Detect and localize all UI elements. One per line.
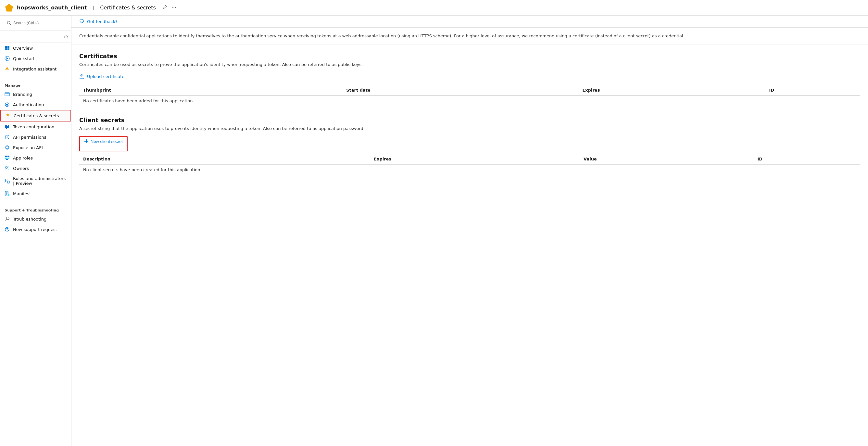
certificates-description: Certificates can be used as secrets to p…: [79, 62, 860, 67]
heart-icon: [79, 19, 85, 24]
troubleshooting-icon: [4, 216, 10, 221]
svg-rect-11: [6, 125, 7, 129]
sidebar-item-authentication[interactable]: Authentication: [0, 99, 71, 110]
sidebar-item-roles-admin[interactable]: Roles and administrators | Preview: [0, 174, 71, 188]
more-options-icon[interactable]: ···: [172, 4, 176, 11]
sidebar-section-support: Support + Troubleshooting: [0, 203, 71, 214]
header-separator: |: [93, 5, 94, 10]
app-roles-icon: [4, 155, 10, 160]
sidebar-divider-support: [0, 201, 71, 201]
svg-rect-18: [7, 156, 9, 157]
app-name: hopsworks_oauth_client: [17, 4, 87, 11]
sidebar-item-certificates[interactable]: Certificates & secrets: [0, 110, 71, 121]
sidebar-item-label: Roles and administrators | Preview: [13, 176, 67, 186]
sidebar-item-integration[interactable]: Integration assistant: [0, 64, 71, 74]
authentication-icon: [4, 102, 10, 107]
sidebar-section-manage: Manage: [0, 78, 71, 89]
upload-certificate-button[interactable]: Upload certificate: [79, 72, 124, 81]
integration-icon: [4, 66, 10, 71]
upload-certificate-label: Upload certificate: [87, 74, 124, 79]
search-input[interactable]: [4, 19, 67, 27]
sidebar-item-label: App roles: [13, 156, 33, 160]
app-icon: [5, 4, 13, 12]
sidebar-item-owners[interactable]: Owners: [0, 163, 71, 174]
certificates-section: Certificates Certificates can be used as…: [71, 53, 868, 106]
sidebar-item-overview[interactable]: Overview: [0, 43, 71, 53]
new-client-secret-highlight: New client secret: [79, 136, 128, 151]
certificates-icon: [5, 113, 10, 118]
sidebar-search-container: [0, 16, 71, 31]
client-secrets-description: A secret string that the application use…: [79, 126, 860, 131]
col-expires-secret: Expires: [370, 154, 580, 165]
roles-admin-icon: [4, 178, 10, 183]
col-start-date: Start date: [342, 85, 578, 95]
svg-point-33: [6, 228, 8, 229]
client-secrets-title: Client secrets: [79, 117, 860, 123]
client-secrets-table: Description Expires Value ID No client s…: [79, 154, 860, 175]
svg-rect-1: [5, 46, 7, 48]
sidebar-item-label: API permissions: [13, 135, 46, 140]
svg-point-24: [5, 179, 7, 181]
sidebar-item-label: Token configuration: [13, 124, 54, 129]
sidebar-item-label: Branding: [13, 92, 32, 97]
sidebar-item-token-config[interactable]: Token configuration: [0, 121, 71, 132]
svg-text:i: i: [8, 194, 8, 196]
api-permissions-icon: [4, 135, 10, 140]
col-id: ID: [765, 85, 861, 95]
sidebar-item-label: Quickstart: [13, 56, 35, 61]
upload-icon: [79, 74, 85, 79]
sidebar-item-troubleshooting[interactable]: Troubleshooting: [0, 214, 71, 224]
client-secrets-empty-row: No client secrets have been created for …: [79, 165, 860, 175]
sidebar-item-quickstart[interactable]: Quickstart: [0, 53, 71, 64]
certificates-empty-message: No certificates have been added for this…: [79, 95, 860, 106]
branding-icon: [4, 92, 10, 97]
svg-rect-19: [5, 157, 7, 159]
quickstart-icon: [4, 56, 10, 61]
sidebar-item-label: Authentication: [13, 102, 44, 107]
col-value: Value: [580, 154, 753, 165]
token-config-icon: [4, 124, 10, 129]
pin-icon[interactable]: [162, 4, 167, 11]
sidebar-item-label: Expose an API: [13, 145, 43, 150]
certificates-table: Thumbprint Start date Expires ID No cert…: [79, 85, 860, 106]
svg-rect-17: [5, 156, 7, 157]
overview-icon: [4, 46, 10, 51]
svg-rect-4: [7, 49, 9, 50]
sidebar-item-expose-api[interactable]: Expose an API: [0, 142, 71, 153]
sidebar-item-app-roles[interactable]: App roles: [0, 153, 71, 163]
sidebar-item-branding[interactable]: Branding: [0, 89, 71, 99]
svg-point-9: [6, 103, 8, 106]
svg-rect-3: [5, 49, 7, 50]
sidebar: Overview Quickstart Integration assistan…: [0, 16, 71, 446]
main-content: Got feedback? Credentials enable confide…: [71, 16, 868, 446]
sidebar-item-support-request[interactable]: New support request: [0, 224, 71, 235]
svg-rect-12: [7, 126, 8, 128]
owners-icon: [4, 166, 10, 171]
col-description: Description: [79, 154, 370, 165]
app-header: hopsworks_oauth_client | Certificates & …: [0, 0, 868, 16]
manifest-icon: i: [4, 191, 10, 196]
svg-rect-20: [7, 157, 9, 159]
svg-line-0: [163, 8, 164, 9]
sidebar-item-manifest[interactable]: i Manifest: [0, 188, 71, 199]
sidebar-collapse-button[interactable]: [0, 31, 71, 43]
col-id-secret: ID: [754, 154, 860, 165]
main-layout: Overview Quickstart Integration assistan…: [0, 16, 868, 446]
sidebar-divider-manage: [0, 76, 71, 76]
new-client-secret-button[interactable]: New client secret: [80, 137, 127, 146]
sidebar-item-label: Integration assistant: [13, 67, 57, 71]
svg-point-22: [5, 166, 7, 168]
feedback-bar[interactable]: Got feedback?: [71, 16, 868, 28]
page-title: Certificates & secrets: [100, 4, 156, 11]
sidebar-item-label: Certificates & secrets: [13, 113, 59, 118]
svg-rect-6: [5, 93, 9, 96]
col-thumbprint: Thumbprint: [79, 85, 342, 95]
support-request-icon: [4, 227, 10, 232]
svg-rect-13: [8, 125, 9, 128]
credentials-description: Credentials enable confidential applicat…: [71, 28, 868, 45]
sidebar-item-label: Manifest: [13, 191, 31, 196]
sidebar-item-label: New support request: [13, 227, 57, 232]
sidebar-item-api-permissions[interactable]: API permissions: [0, 132, 71, 142]
expose-api-icon: [4, 145, 10, 150]
certificates-title: Certificates: [79, 53, 860, 59]
